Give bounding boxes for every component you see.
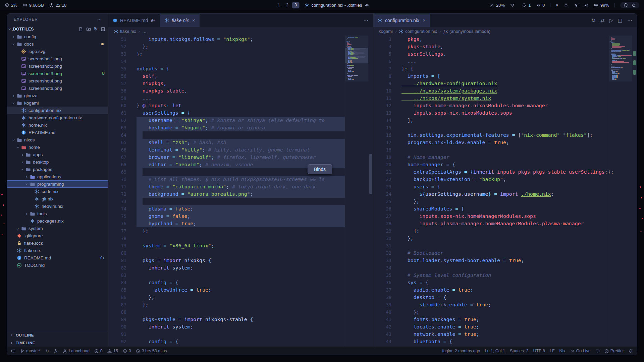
tree-item-ginoza[interactable]: ›ginoza xyxy=(7,92,108,99)
status-go-live[interactable]: Go Live xyxy=(570,349,591,353)
tree-item-kogami[interactable]: ›kogami xyxy=(7,99,108,107)
chevron-right-icon[interactable]: › xyxy=(15,226,21,231)
chevron-right-icon[interactable]: › xyxy=(11,35,16,39)
workspace-switcher[interactable]: 123 xyxy=(275,2,299,8)
tree-item-hardware-configuration.nix[interactable]: hardware-configuration.nix xyxy=(7,114,108,121)
status-screencast[interactable] xyxy=(595,349,600,353)
explorer-more-actions-icon[interactable]: ⋯ xyxy=(97,17,102,22)
tree-item-docs[interactable]: ›docs xyxy=(7,40,108,48)
collapse-all-icon[interactable] xyxy=(101,27,105,32)
chevron-right-icon[interactable]: › xyxy=(20,160,25,164)
chevron-right-icon[interactable]: › xyxy=(11,94,16,98)
status-remote-window[interactable] xyxy=(11,349,15,353)
tree-item-nixos[interactable]: ›nixos xyxy=(7,136,108,143)
editor-left[interactable]: 51 inputs.nixpkgs.follows = "nixpkgs";52… xyxy=(108,36,373,347)
tree-item-desktop[interactable]: ›desktop xyxy=(7,158,108,166)
power-menu[interactable] xyxy=(632,3,636,7)
tree-item-git.nix[interactable]: git.nix xyxy=(7,195,108,202)
tree-item-home.nix[interactable]: home.nix xyxy=(7,121,108,129)
compare-icon[interactable]: ⇄ xyxy=(600,17,605,23)
tree-item-neovim.nix[interactable]: neovim.nix xyxy=(7,202,108,210)
chevron-down-icon[interactable]: › xyxy=(25,181,29,187)
tree-item-programming[interactable]: ›programming xyxy=(7,180,108,188)
status-language-mode[interactable]: Nix xyxy=(559,349,566,353)
chevron-down-icon[interactable]: › xyxy=(12,100,16,106)
code-content-right[interactable]: 3 pkgs,4 pkgs-stable,5 userSettings,6 ..… xyxy=(373,36,637,347)
status-eol[interactable]: LF xyxy=(550,349,555,353)
minimap-left[interactable] xyxy=(345,36,368,347)
tree-item-code.nix[interactable]: code.nix xyxy=(7,188,108,195)
status-notifications[interactable] xyxy=(629,349,633,353)
new-file-icon[interactable] xyxy=(78,27,83,32)
timeline-section[interactable]: › TIMELINE xyxy=(7,339,108,347)
tab-readme.md[interactable]: README.md9+ xyxy=(108,14,160,27)
tree-item-flake.lock[interactable]: flake.lock xyxy=(7,239,108,247)
workspace-3[interactable]: 3 xyxy=(292,2,299,8)
battery[interactable]: 99% xyxy=(594,3,609,8)
breadcrumb--[interactable]: … xyxy=(142,29,147,34)
chevron-down-icon[interactable]: › xyxy=(20,167,25,172)
split-icon[interactable]: ◫ xyxy=(618,17,623,23)
tree-item-packages[interactable]: ›packages xyxy=(7,166,108,173)
more-icon[interactable]: ⋯ xyxy=(627,17,632,23)
tree-item-applications[interactable]: ›applications xyxy=(7,173,108,180)
history-icon[interactable]: ↻ xyxy=(591,17,596,23)
tree-item-configuration.nix[interactable]: configuration.nix xyxy=(7,107,108,114)
workspace-1[interactable]: 1 xyxy=(275,2,282,8)
status-problems-errors[interactable]: 0 xyxy=(94,349,103,353)
status-tests[interactable] xyxy=(54,349,58,353)
breadcrumb-kogami[interactable]: kogami xyxy=(379,29,393,34)
editor-right[interactable]: 3 pkgs,4 pkgs-stable,5 userSettings,6 ..… xyxy=(373,36,637,347)
tree-item-.gitignore[interactable]: .gitignore xyxy=(7,232,108,239)
tree-item-screenshot3.png[interactable]: screenshot3.pngU xyxy=(7,70,108,77)
chevron-down-icon[interactable]: › xyxy=(8,28,12,29)
tree-root-folder[interactable]: › .DOTFILES ↻ xyxy=(7,25,108,33)
tree-item-flake.nix[interactable]: flake.nix xyxy=(7,247,108,254)
tree-item-home[interactable]: ›home xyxy=(7,143,108,151)
tray-bluetooth[interactable] xyxy=(574,3,580,7)
scrollbar-left[interactable] xyxy=(368,36,373,347)
scrollbar-right[interactable] xyxy=(632,36,637,347)
tray-volume[interactable] xyxy=(584,3,590,7)
tree-item-packages.nix[interactable]: packages.nix xyxy=(7,217,108,225)
breadcrumbs-left[interactable]: flake.nix›… xyxy=(108,27,373,36)
close-icon[interactable]: × xyxy=(423,18,426,23)
tree-item-logo.svg[interactable]: logo.svg xyxy=(7,48,108,55)
status-time-tracker[interactable]: 3 hrs 53 mins xyxy=(136,349,167,353)
status-git-branch[interactable]: master* xyxy=(20,349,41,353)
tab-flake.nix[interactable]: flake.nix× xyxy=(160,14,200,27)
status-launchpad[interactable]: Launchpad xyxy=(63,349,90,353)
status-prettier[interactable]: Prettier xyxy=(604,349,624,353)
run-icon[interactable]: ▷ xyxy=(609,17,613,23)
tree-item-config[interactable]: ›config xyxy=(7,33,108,40)
status-encoding[interactable]: UTF-8 xyxy=(533,349,545,353)
tree-item-todo.md[interactable]: TODO.md xyxy=(7,261,108,269)
chevron-right-icon[interactable]: › xyxy=(20,153,25,157)
chevron-down-icon[interactable]: › xyxy=(12,41,16,47)
status-problems-warnings[interactable]: 15 xyxy=(107,349,118,353)
breadcrumb-configuration.nix[interactable]: configuration.nix xyxy=(399,29,437,34)
tray-mic[interactable] xyxy=(564,3,570,7)
chevron-down-icon[interactable]: › xyxy=(16,144,20,150)
new-folder-icon[interactable] xyxy=(86,27,91,32)
close-icon[interactable]: × xyxy=(192,18,195,23)
tree-item-screenshot1.png[interactable]: screenshot1.png xyxy=(7,55,108,62)
breadcrumb--anonymous-lambda-[interactable]: ƒx(anonymous lambda) xyxy=(443,29,490,34)
minimap-right[interactable] xyxy=(609,36,632,347)
status-git-sync[interactable]: ↻ xyxy=(45,349,49,353)
ellipsis-icon[interactable]: ⋯ xyxy=(363,17,368,23)
refresh-icon[interactable]: ↻ xyxy=(94,27,98,31)
tree-item-readme.md[interactable]: README.md9+ xyxy=(7,254,108,261)
tree-item-tools[interactable]: ›tools xyxy=(7,210,108,217)
tree-item-system[interactable]: ›system xyxy=(7,225,108,232)
chevron-right-icon[interactable]: › xyxy=(24,175,30,179)
breadcrumb-flake.nix[interactable]: flake.nix xyxy=(114,29,136,34)
status-ports[interactable]: 0 xyxy=(123,349,131,353)
tray-expand[interactable]: ▾ xyxy=(556,3,560,7)
screen-lock[interactable] xyxy=(624,3,628,7)
chevron-right-icon[interactable]: › xyxy=(24,212,30,216)
tab-configuration.nix[interactable]: configuration.nix× xyxy=(373,14,430,27)
tree-item-readme.md[interactable]: README.md xyxy=(7,129,108,136)
tree-item-screenshot2.png[interactable]: screenshot2.png xyxy=(7,62,108,70)
outline-section[interactable]: › OUTLINE xyxy=(7,331,108,339)
